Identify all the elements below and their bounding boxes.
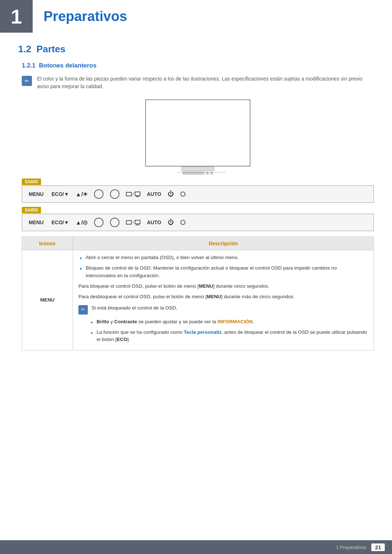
footer-page-number: 21 (371, 543, 385, 551)
btn-dot-850 (180, 220, 185, 225)
btn-eco-850: ECO/▼ (52, 219, 69, 225)
monitor-stand (181, 167, 214, 171)
btn-circle1-850 (94, 218, 103, 227)
informacion-text: INFORMACIÓN (217, 319, 253, 324)
description-table: Iconos Descripción MENU Abrir o (22, 237, 374, 350)
main-content: 1.2 Partes 1.2.1 Botones delanteros El c… (0, 44, 392, 350)
col-header-description: Descripción (73, 237, 374, 250)
desc-item-2: Bloqueo de control de la OSD: Mantener l… (78, 264, 368, 280)
contraste-text: Contraste (114, 319, 137, 324)
brillo-text: Brillo (97, 319, 109, 324)
desc-text-lock: Para bloquear el control OSD, pulse el b… (78, 283, 368, 290)
monitor-illustration-container (22, 99, 374, 175)
btn-rect-mon-650: / (126, 192, 140, 197)
sa850-label: SA850 (22, 207, 41, 213)
note-box: El color y la forma de las piezas pueden… (22, 75, 374, 90)
chapter-title-block: Preparativos (33, 0, 127, 33)
chapter-number: 1 (0, 0, 33, 33)
desc-text-unlock: Para desbloquear el control OSD, pulse e… (78, 293, 368, 301)
bullet-dot-1: • (91, 318, 93, 327)
inline-note-text: Si está bloqueado el control de la OSD, (91, 304, 177, 312)
sub-bullet-1: • Brillo y Contraste se pueden ajustar y… (89, 318, 368, 326)
footer-text: 1 Preparativos (336, 545, 366, 550)
sa850-section: SA850 MENU ECO/▼ ▲/⊙ / (22, 206, 374, 231)
eco-text: ECO (117, 337, 127, 342)
btn-auto-650: AUTO (147, 191, 161, 197)
monitor-diagram (136, 99, 260, 175)
tecla-personaliz-text: Tecla personaliz. (184, 329, 223, 335)
desc-cell-menu: Abrir o cerrar el menú en pantalla (OSD)… (73, 250, 374, 350)
chapter-title: Preparativos (44, 9, 127, 24)
diagram-line (178, 172, 225, 172)
btn-dot-650 (180, 192, 185, 197)
desc-bullets: Abrir o cerrar el menú en pantalla (OSD)… (78, 254, 368, 280)
bullet-dot-2: • (91, 329, 93, 338)
btn-power-650: ⏻ (168, 190, 174, 198)
desc-item-1: Abrir o cerrar el menú en pantalla (OSD)… (78, 254, 368, 262)
sub-bullet-2: • La función que se ha configurado como … (89, 329, 368, 344)
btn-eco-650: ECO/▼ (52, 191, 69, 197)
sa650-label: SA650 (22, 178, 41, 185)
btn-rect-mon-850: / (126, 220, 140, 225)
btn-power-850: ⏻ (168, 219, 174, 226)
btn-up-sun-650: ▲/✶ (75, 191, 87, 198)
btn-menu-650: MENU (29, 191, 45, 197)
sa650-button-panel: MENU ECO/▼ ▲/✶ / AUTO (22, 185, 374, 203)
inline-note-icon (78, 305, 88, 315)
subsection-title: 1.2.1 Botones delanteros (22, 62, 374, 69)
inline-note: Si está bloqueado el control de la OSD, (78, 304, 368, 315)
btn-circle2-850 (110, 218, 119, 227)
sa650-section: SA650 MENU ECO/▼ ▲/✶ / (22, 178, 374, 203)
section-1-2: 1.2 Partes 1.2.1 Botones delanteros El c… (18, 44, 374, 350)
sub-bullet-list: • Brillo y Contraste se pueden ajustar y… (78, 318, 368, 344)
btn-circle2-650 (110, 189, 119, 199)
btn-menu-850: MENU (29, 219, 45, 225)
btn-up-power-850: ▲/⊙ (75, 219, 87, 226)
table-row-menu: MENU Abrir o cerrar el menú en pantalla … (22, 250, 374, 350)
icon-cell-menu: MENU (22, 250, 73, 350)
btn-circle1-650 (94, 189, 103, 199)
sa850-button-panel: MENU ECO/▼ ▲/⊙ / AUTO ⏻ (22, 214, 374, 231)
note-text: El color y la forma de las piezas pueden… (37, 75, 374, 90)
header-section: 1 Preparativos (0, 0, 392, 33)
footer: 1 Preparativos 21 (0, 540, 392, 554)
subsection-1-2-1: 1.2.1 Botones delanteros El color y la f… (22, 62, 374, 350)
col-header-icons: Iconos (22, 237, 73, 250)
note-icon (22, 76, 32, 86)
btn-auto-850: AUTO (147, 219, 161, 225)
section-title: 1.2 Partes (18, 44, 374, 55)
monitor-screen (145, 99, 250, 167)
